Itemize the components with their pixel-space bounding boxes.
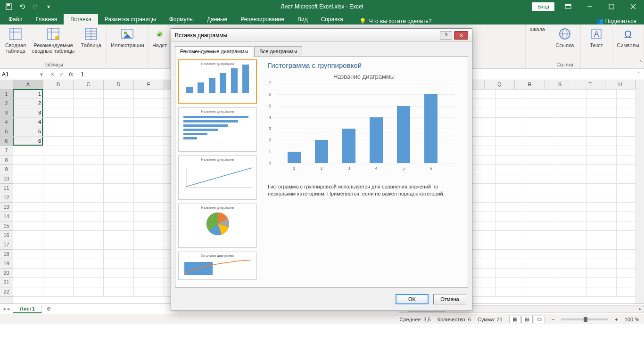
row-19[interactable]: 19 xyxy=(0,259,13,269)
row-21[interactable]: 21 xyxy=(0,278,13,287)
tab-page-layout[interactable]: Разметка страницы xyxy=(98,14,163,24)
cell-A1[interactable]: 1 xyxy=(13,90,43,99)
view-normal-icon[interactable]: ▦ xyxy=(509,316,520,323)
cancel-formula-icon[interactable]: ✕ xyxy=(50,71,55,78)
thumb-clustered-bar[interactable]: Название диаграммы xyxy=(178,107,257,152)
tab-view[interactable]: Вид xyxy=(291,14,314,24)
row-16[interactable]: 16 xyxy=(0,231,13,240)
zoom-slider[interactable] xyxy=(561,318,608,320)
addins-button[interactable]: 🧩 Надст xyxy=(152,26,167,48)
timeline-button[interactable]: шкала xyxy=(529,26,545,32)
cell-A6[interactable]: 6 xyxy=(13,137,43,146)
dialog-titlebar[interactable]: Вставка диаграммы ? ✕ xyxy=(171,29,472,42)
sheet-prev-icon[interactable]: ◂ xyxy=(3,306,6,312)
row-1[interactable]: 1 xyxy=(0,90,13,99)
minimize-icon[interactable] xyxy=(579,0,601,13)
tab-all-charts[interactable]: Все диаграммы xyxy=(254,46,302,57)
share-button[interactable]: Поделиться xyxy=(605,18,636,24)
view-pagelayout-icon[interactable]: ▤ xyxy=(521,316,533,323)
row-20[interactable]: 20 xyxy=(0,269,13,278)
sheet-tab-1[interactable]: Лист1 xyxy=(13,305,42,313)
tab-data[interactable]: Данные xyxy=(200,14,234,24)
expand-formula-icon[interactable]: ˅ xyxy=(634,71,644,78)
tab-review[interactable]: Рецензирование xyxy=(234,14,291,24)
pivot-table-button[interactable]: Сводная таблица xyxy=(4,26,27,54)
name-box[interactable]: A1 ▾ xyxy=(0,69,45,80)
row-12[interactable]: 12 xyxy=(0,193,13,203)
tab-help[interactable]: Справка xyxy=(314,14,350,24)
row-5[interactable]: 5 xyxy=(0,127,13,137)
tab-recommended-charts[interactable]: Рекомендуемые диаграммы xyxy=(175,46,253,57)
thumb-clustered-column[interactable]: Название диаграммы xyxy=(178,59,257,104)
row-8[interactable]: 8 xyxy=(0,155,13,165)
col-S[interactable]: S xyxy=(545,80,575,89)
sheet-next-icon[interactable]: ▸ xyxy=(8,306,10,312)
col-Q[interactable]: Q xyxy=(485,80,515,89)
row-10[interactable]: 10 xyxy=(0,174,13,184)
row-4[interactable]: 4 xyxy=(0,118,13,127)
col-T[interactable]: T xyxy=(575,80,605,89)
table-button[interactable]: Таблица xyxy=(79,26,103,48)
name-box-dropdown-icon[interactable]: ▾ xyxy=(40,71,43,78)
row-22[interactable]: 22 xyxy=(0,287,13,297)
cancel-button[interactable]: Отмена xyxy=(433,294,466,304)
recommended-pivot-button[interactable]: Рекомендуемые сводные таблицы xyxy=(32,26,74,54)
tab-home[interactable]: Главная xyxy=(29,14,64,24)
login-button[interactable]: Вход xyxy=(532,2,554,11)
col-U[interactable]: U xyxy=(605,80,636,89)
add-sheet-button[interactable]: ⊕ xyxy=(42,306,56,312)
tell-me-search[interactable]: 💡 Что вы хотите сделать? xyxy=(359,18,432,24)
row-3[interactable]: 3 xyxy=(0,108,13,118)
redo-icon[interactable] xyxy=(30,2,41,11)
row-7[interactable]: 7 xyxy=(0,146,13,155)
illustrations-button[interactable]: Иллюстрации xyxy=(111,26,144,48)
zoom-out-icon[interactable]: − xyxy=(552,317,554,322)
col-B[interactable]: B xyxy=(43,80,74,89)
tab-insert[interactable]: Вставка xyxy=(64,14,98,24)
row-14[interactable]: 14 xyxy=(0,212,13,221)
col-C[interactable]: C xyxy=(74,80,104,89)
save-icon[interactable] xyxy=(4,2,14,11)
row-2[interactable]: 2 xyxy=(0,99,13,108)
row-9[interactable]: 9 xyxy=(0,165,13,174)
ok-button[interactable]: OK xyxy=(396,294,429,304)
qat-dropdown-icon[interactable]: ▾ xyxy=(43,2,54,11)
thumb-pareto[interactable]: Заголовок диаграммы xyxy=(178,252,257,280)
fx-icon[interactable]: fx xyxy=(69,71,73,78)
row-11[interactable]: 11 xyxy=(0,184,13,193)
col-A[interactable]: A xyxy=(13,80,43,89)
text-button[interactable]: A Текст xyxy=(585,26,608,48)
row-17[interactable]: 17 xyxy=(0,240,13,250)
thumb-line[interactable]: Название диаграммы xyxy=(178,155,257,200)
cell-A4[interactable]: 4 xyxy=(13,118,43,127)
cell-A5[interactable]: 5 xyxy=(13,127,43,137)
thumb-pie[interactable]: Название диаграммы xyxy=(178,204,257,248)
zoom-in-icon[interactable]: + xyxy=(615,317,618,322)
select-all-corner[interactable] xyxy=(0,80,13,90)
row-15[interactable]: 15 xyxy=(0,221,13,231)
collapse-ribbon-icon[interactable]: ˄ xyxy=(639,60,642,66)
close-icon[interactable] xyxy=(622,0,644,13)
dialog-help-button[interactable]: ? xyxy=(440,31,452,40)
zoom-level[interactable]: 100 % xyxy=(625,317,639,322)
row-6[interactable]: 6 xyxy=(0,137,13,146)
vertical-scrollbar[interactable] xyxy=(636,80,644,303)
undo-icon[interactable] xyxy=(17,2,27,11)
symbols-button[interactable]: Ω Символы xyxy=(616,26,640,48)
view-pagebreak-icon[interactable]: ▭ xyxy=(534,316,545,323)
cell-A2[interactable]: 2 xyxy=(13,99,43,108)
enter-formula-icon[interactable]: ✓ xyxy=(59,71,64,78)
col-R[interactable]: R xyxy=(515,80,545,89)
ribbon-options-icon[interactable] xyxy=(557,0,579,13)
dialog-close-button[interactable]: ✕ xyxy=(454,31,468,40)
tab-formulas[interactable]: Формулы xyxy=(163,14,200,24)
row-13[interactable]: 13 xyxy=(0,203,13,212)
row-18[interactable]: 18 xyxy=(0,250,13,259)
cell-A3[interactable]: 3 xyxy=(13,108,43,118)
status-sum: Сумма: 21 xyxy=(478,317,503,322)
tab-file[interactable]: Файл xyxy=(2,14,29,24)
link-button[interactable]: Ссылка xyxy=(553,26,577,48)
col-D[interactable]: D xyxy=(104,80,134,89)
col-E[interactable]: E xyxy=(134,80,164,89)
maximize-icon[interactable] xyxy=(601,0,622,13)
